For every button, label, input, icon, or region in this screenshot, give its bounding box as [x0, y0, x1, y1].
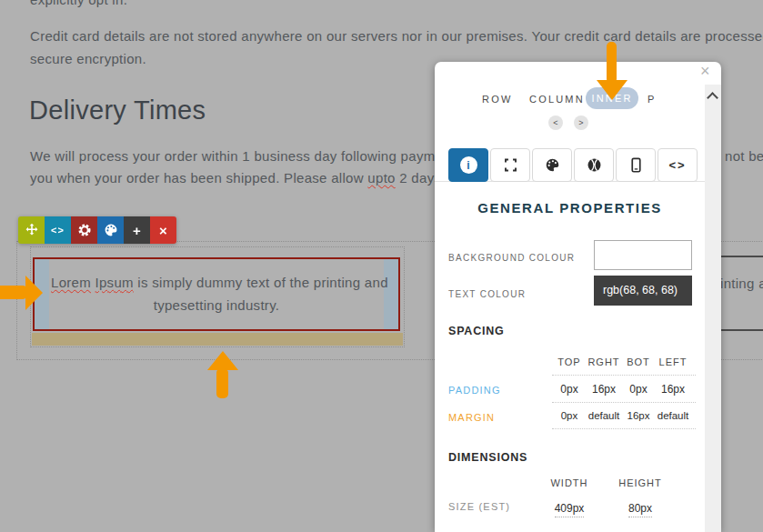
block-text-line2[interactable]: typesetting industry. [51, 297, 382, 313]
block-toolbar: <> + × [18, 216, 176, 244]
margin-top-value[interactable]: 0px [552, 410, 587, 421]
info-icon: i [460, 156, 477, 174]
palette-icon [104, 223, 118, 237]
misspelled-word: Ipsum [95, 275, 134, 290]
padding-row-label[interactable]: PADDING [448, 385, 501, 396]
block-text-line1[interactable]: Lorem Ipsum is simply dummy text of the … [51, 275, 382, 290]
code-icon: <> [51, 225, 65, 236]
tab-dimensions[interactable] [490, 148, 530, 182]
gear-icon [77, 223, 92, 237]
editor-screen: explicitly opt in. Credit card details a… [0, 0, 763, 532]
size-width-cell: 409px [542, 499, 597, 516]
move-icon [25, 223, 39, 237]
padding-highlight-right [384, 259, 398, 329]
panel-title: GENERAL PROPERTIES [435, 200, 705, 216]
arrow-right-icon [25, 276, 43, 310]
selected-inner-block[interactable]: Lorem Ipsum is simply dummy text of the … [33, 257, 400, 331]
size-width-value[interactable]: 409px [555, 502, 585, 517]
panel-scrollbar[interactable] [705, 85, 721, 532]
next-element-button[interactable]: > [574, 115, 588, 130]
page-paragraph-line: Credit card details are not stored anywh… [30, 28, 763, 44]
col-width: WIDTH [542, 477, 597, 488]
margin-highlight-bar [32, 333, 403, 346]
settings-button[interactable] [71, 216, 97, 244]
add-button[interactable]: + [124, 216, 150, 244]
margin-values: 0px default 16px default [552, 410, 690, 421]
padding-values: 0px 16px 0px 16px [552, 383, 690, 396]
delete-icon: × [159, 223, 167, 238]
margin-bottom-value[interactable]: 16px [621, 410, 656, 421]
margin-left-value[interactable]: default [656, 410, 690, 421]
padding-top-value[interactable]: 0px [552, 383, 587, 396]
delete-button[interactable]: × [150, 216, 176, 244]
code-icon: <> [668, 158, 686, 172]
spacing-column-headers: TOP RGHT BOT LEFT [552, 356, 690, 367]
spacing-heading: SPACING [448, 325, 505, 337]
text-colour-swatch[interactable]: rgb(68, 68, 68) [594, 276, 692, 306]
text-segment: you when your order has been shipped. Pl… [30, 170, 367, 186]
col-right: RGHT [587, 356, 621, 367]
dimensions-icon [503, 157, 518, 173]
sliver-block-border-bottom [720, 329, 763, 331]
text-segment: is simply dummy text of the printing and [134, 275, 388, 290]
arrow-down-stem [607, 42, 617, 84]
breadcrumb-row[interactable]: ROW [482, 94, 512, 105]
arrow-right-stem [0, 286, 27, 299]
size-height-value[interactable]: 80px [628, 502, 652, 517]
padding-bottom-value[interactable]: 0px [621, 383, 656, 396]
dimensions-heading: DIMENSIONS [448, 451, 527, 464]
size-height-cell: 80px [612, 499, 668, 516]
arrow-down-icon [597, 80, 627, 100]
prev-element-button[interactable]: < [548, 115, 563, 130]
misspelled-word: upto [367, 170, 395, 186]
tab-animation[interactable] [574, 148, 614, 182]
sliver-block-text: inting a [720, 276, 763, 291]
mobile-icon [628, 157, 644, 173]
edit-code-button[interactable]: <> [45, 216, 71, 244]
col-bottom: BOT [621, 356, 656, 367]
page-paragraph-line: secure encryption. [30, 51, 146, 66]
col-height: HEIGHT [612, 477, 668, 488]
text-colour-label: TEXT COLOUR [448, 289, 526, 299]
tab-mobile[interactable] [616, 148, 656, 182]
arrow-up-icon [207, 351, 238, 370]
plus-icon: + [133, 223, 141, 238]
globe-icon [587, 157, 602, 173]
sliver-block-border-top [720, 256, 763, 257]
breadcrumb-column[interactable]: COLUMN [529, 94, 585, 105]
divider [552, 375, 696, 376]
padding-right-value[interactable]: 16px [587, 383, 621, 396]
page-text-clipped: explicitly opt in. [30, 0, 127, 7]
size-est-label: SIZE (EST) [448, 501, 510, 512]
col-left: LEFT [656, 356, 690, 367]
tab-style[interactable] [532, 148, 572, 182]
palette-icon [545, 157, 560, 173]
arrow-up-stem [216, 368, 228, 398]
style-button[interactable] [97, 216, 124, 244]
tab-general-info[interactable]: i [448, 148, 488, 182]
background-colour-label: BACKGROUND COLOUR [448, 253, 575, 263]
move-button[interactable] [18, 216, 45, 244]
background-colour-input[interactable] [594, 240, 692, 270]
margin-right-value[interactable]: default [587, 410, 621, 421]
breadcrumb-p[interactable]: P [648, 94, 657, 105]
padding-left-value[interactable]: 16px [656, 383, 690, 396]
panel-close-button[interactable]: × [700, 63, 710, 79]
page-paragraph-tail: not be [725, 148, 763, 164]
col-top: TOP [552, 356, 587, 367]
page-heading: Delivery Times [29, 95, 206, 125]
divider [552, 402, 696, 403]
page-paragraph-line: you when your order has been shipped. Pl… [30, 170, 457, 186]
misspelled-word: Lorem [51, 275, 91, 290]
margin-row-label[interactable]: MARGIN [448, 412, 495, 423]
divider [552, 428, 696, 429]
tab-code[interactable]: <> [658, 148, 698, 182]
page-paragraph-line: We will process your order within 1 busi… [30, 148, 455, 164]
